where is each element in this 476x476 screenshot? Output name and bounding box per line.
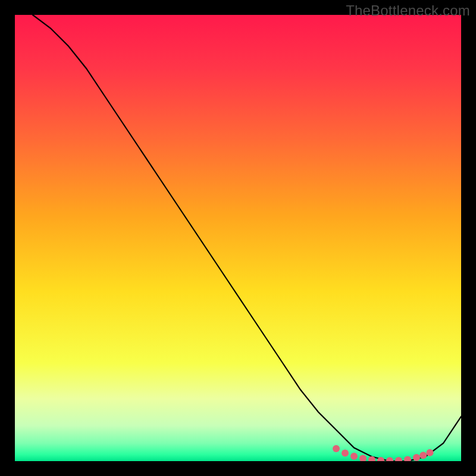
highlight-dot	[342, 450, 349, 457]
chart-frame: TheBottleneck.com	[0, 0, 476, 476]
highlight-dot	[413, 454, 420, 461]
watermark-text: TheBottleneck.com	[346, 2, 470, 19]
highlight-dot	[419, 452, 427, 459]
highlight-dot	[350, 453, 358, 460]
bottleneck-chart	[15, 15, 461, 461]
highlight-dot	[333, 445, 340, 452]
highlight-dot	[427, 449, 434, 456]
chart-background	[15, 15, 461, 461]
